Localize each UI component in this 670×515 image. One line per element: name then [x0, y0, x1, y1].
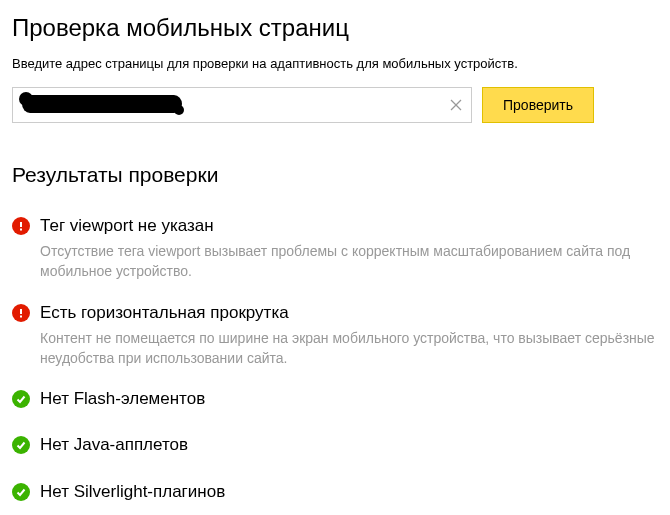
close-icon — [449, 98, 463, 112]
check-icon — [12, 390, 30, 408]
result-item: Нет Flash-элементов — [12, 388, 658, 414]
clear-input-button[interactable] — [446, 95, 466, 115]
result-item: Тег viewport не указан Отсутствие тега v… — [12, 215, 658, 282]
result-desc: Контент не помещается по ширине на экран… — [40, 328, 658, 369]
check-button[interactable]: Проверить — [482, 87, 594, 123]
page-title: Проверка мобильных страниц — [12, 14, 658, 42]
page-subtitle: Введите адрес страницы для проверки на а… — [12, 56, 658, 71]
check-form: Проверить — [12, 87, 658, 123]
result-desc: Отсутствие тега viewport вызывает пробле… — [40, 241, 658, 282]
result-title: Нет Flash-элементов — [40, 388, 658, 410]
url-input[interactable] — [12, 87, 472, 123]
check-icon — [12, 436, 30, 454]
results-heading: Результаты проверки — [12, 163, 658, 187]
result-title: Нет Java-апплетов — [40, 434, 658, 456]
check-icon — [12, 483, 30, 501]
result-title: Нет Silverlight-плагинов — [40, 481, 658, 503]
result-item: Есть горизонтальная прокрутка Контент не… — [12, 302, 658, 369]
svg-rect-4 — [20, 309, 22, 314]
url-input-wrap — [12, 87, 472, 123]
svg-rect-2 — [20, 222, 22, 227]
svg-rect-3 — [20, 229, 22, 231]
result-title: Есть горизонтальная прокрутка — [40, 302, 658, 324]
svg-rect-5 — [20, 315, 22, 317]
error-icon — [12, 304, 30, 322]
result-item: Нет Java-апплетов — [12, 434, 658, 460]
result-item: Нет Silverlight-плагинов — [12, 481, 658, 507]
result-title: Тег viewport не указан — [40, 215, 658, 237]
error-icon — [12, 217, 30, 235]
